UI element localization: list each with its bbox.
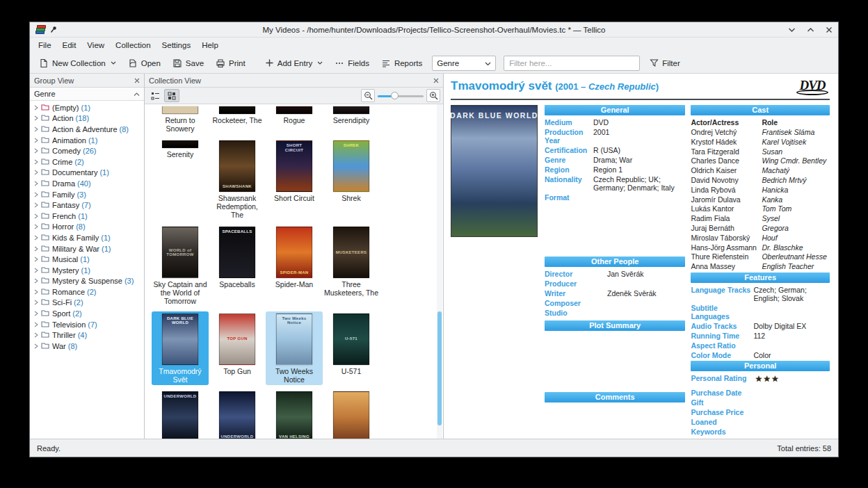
menu-settings[interactable]: Settings bbox=[156, 39, 197, 51]
movie-cell[interactable]: SHAWSHANKShawsnank Redemption, The bbox=[209, 138, 266, 220]
tree-item-action[interactable]: Action(18) bbox=[30, 113, 144, 124]
movie-cell[interactable]: Two Weeks NoticeTwo Weeks Notice bbox=[266, 311, 323, 385]
icon-view-button[interactable] bbox=[164, 89, 179, 102]
zoom-slider[interactable] bbox=[378, 89, 424, 102]
movie-cell[interactable]: Rocketeer, The bbox=[209, 104, 266, 134]
movie-cell[interactable]: SPACEBALLSSpaceballs bbox=[209, 225, 266, 307]
expander-icon[interactable] bbox=[34, 114, 38, 122]
menu-help[interactable]: Help bbox=[196, 39, 224, 51]
movie-cell[interactable]: VAN HELSINGVan Helsing bbox=[266, 389, 323, 439]
expander-icon[interactable] bbox=[34, 158, 38, 166]
expander-icon[interactable] bbox=[34, 201, 38, 209]
expander-icon[interactable] bbox=[34, 277, 38, 285]
expander-icon[interactable] bbox=[34, 125, 38, 133]
tree-item-musical[interactable]: Musical(1) bbox=[30, 254, 144, 265]
expander-icon[interactable] bbox=[34, 190, 38, 199]
expander-icon[interactable] bbox=[34, 342, 38, 350]
movie-cell[interactable]: MUSKETEERSThree Musketeers, The bbox=[323, 225, 380, 307]
tree-item-sci-fi[interactable]: Sci-Fi(2) bbox=[30, 298, 144, 309]
menu-collection[interactable]: Collection bbox=[110, 39, 156, 51]
zoom-slider-handle[interactable] bbox=[391, 92, 399, 99]
close-icon[interactable] bbox=[433, 76, 439, 85]
movie-cell[interactable]: TOP GUNTop Gun bbox=[209, 311, 266, 385]
titlebar[interactable]: My Videos - /home/hunter/Downloads/Proje… bbox=[30, 22, 838, 38]
tree-item-mystery[interactable]: Mystery(1) bbox=[30, 265, 144, 276]
filter-button[interactable]: Filter bbox=[645, 56, 685, 70]
expander-icon[interactable] bbox=[34, 331, 38, 339]
menu-file[interactable]: File bbox=[33, 39, 57, 51]
tree-item-comedy[interactable]: Comedy(26) bbox=[30, 145, 144, 156]
tree-item-kids-family[interactable]: Kids & Family(1) bbox=[30, 232, 144, 243]
tree-item-animation[interactable]: Animation(1) bbox=[30, 135, 144, 146]
expander-icon[interactable] bbox=[34, 179, 38, 188]
new-collection-button[interactable]: New Collection bbox=[34, 56, 121, 70]
tree-item-family[interactable]: Family(3) bbox=[30, 189, 144, 200]
movie-cell[interactable]: UNDERWORLDUnderworld: Evolution bbox=[209, 389, 266, 439]
movie-cell[interactable]: Very Long Engagement, The bbox=[323, 389, 380, 439]
tree-item-romance[interactable]: Romance(2) bbox=[30, 286, 144, 298]
tree-item-documentary[interactable]: Documentary(1) bbox=[30, 168, 144, 179]
expander-icon[interactable] bbox=[34, 104, 38, 112]
expander-icon[interactable] bbox=[34, 245, 38, 253]
movie-cell[interactable]: Serendipity bbox=[323, 104, 380, 134]
movie-cell[interactable]: SHORT CIRCUITShort Circuit bbox=[266, 138, 323, 220]
expander-icon[interactable] bbox=[34, 168, 38, 177]
maximize-button[interactable] bbox=[807, 27, 814, 33]
movie-cell[interactable]: Rogue bbox=[266, 104, 323, 134]
close-icon[interactable] bbox=[134, 76, 140, 85]
add-entry-button[interactable]: Add Entry bbox=[260, 56, 328, 70]
filter-input[interactable] bbox=[504, 56, 640, 71]
movie-cell[interactable]: U-571U-571 bbox=[323, 311, 380, 385]
close-button[interactable] bbox=[826, 26, 833, 33]
menu-view[interactable]: View bbox=[81, 39, 110, 51]
expander-icon[interactable] bbox=[34, 234, 38, 242]
fields-button[interactable]: Fields bbox=[330, 56, 374, 70]
save-button[interactable]: Save bbox=[168, 56, 209, 70]
movie-cell[interactable]: UNDERWORLDUnderworld bbox=[152, 389, 209, 439]
movie-cell[interactable]: SPIDER-MANSpider-Man bbox=[266, 225, 323, 307]
open-button[interactable]: Open bbox=[123, 56, 166, 70]
tree-item-sport[interactable]: Sport(2) bbox=[30, 308, 144, 319]
tree-header[interactable]: Genre bbox=[30, 88, 144, 101]
tree-item-horror[interactable]: Horror(8) bbox=[30, 222, 144, 233]
zoom-in-button[interactable] bbox=[426, 89, 440, 102]
tree-item-fantasy[interactable]: Fantasy(7) bbox=[30, 200, 144, 211]
expander-icon[interactable] bbox=[34, 136, 38, 145]
expander-icon[interactable] bbox=[34, 212, 38, 220]
tree-item-french[interactable]: French(1) bbox=[30, 211, 144, 222]
tree-item-drama[interactable]: Drama(40) bbox=[30, 178, 144, 189]
tree-item-military-war[interactable]: Military & War(1) bbox=[30, 243, 144, 254]
reports-button[interactable]: Reports bbox=[376, 56, 427, 70]
tree-item-television[interactable]: Television(7) bbox=[30, 319, 144, 330]
expander-icon[interactable] bbox=[34, 266, 38, 275]
tree-item-war[interactable]: War(8) bbox=[30, 341, 144, 352]
expander-icon[interactable] bbox=[34, 222, 38, 231]
expander-icon[interactable] bbox=[34, 298, 38, 307]
field-label: Composer bbox=[545, 299, 607, 307]
scrollbar-thumb[interactable] bbox=[437, 311, 442, 425]
movie-cell[interactable]: WORLD of TOMORROWSky Captain and the Wor… bbox=[152, 225, 209, 307]
expander-icon[interactable] bbox=[34, 147, 38, 155]
tree-item-crime[interactable]: Crime(2) bbox=[30, 156, 144, 168]
tree-item--empty-[interactable]: (Empty)(1) bbox=[30, 102, 144, 113]
minimize-button[interactable] bbox=[788, 27, 796, 33]
tree-item-mystery-suspense[interactable]: Mystery & Suspense(3) bbox=[30, 276, 144, 287]
movie-cell[interactable]: Return to Snowery bbox=[152, 104, 209, 134]
pin-icon[interactable] bbox=[50, 24, 58, 36]
expander-icon[interactable] bbox=[34, 320, 38, 329]
movie-cell[interactable]: Serenity bbox=[152, 138, 209, 220]
cast-row: Oldrich KaiserMachatý bbox=[691, 166, 830, 175]
group-by-select[interactable]: Genre bbox=[432, 56, 496, 71]
print-button[interactable]: Print bbox=[211, 56, 250, 70]
expander-icon[interactable] bbox=[34, 288, 38, 296]
movie-cell[interactable]: SHREKShrek bbox=[323, 138, 380, 220]
zoom-out-button[interactable] bbox=[361, 89, 375, 102]
movie-cell[interactable]: DARK BLUE WORLDTmavomodrý Svět bbox=[152, 311, 209, 385]
folder-icon bbox=[41, 331, 49, 339]
expander-icon[interactable] bbox=[34, 255, 38, 263]
tree-item-thriller[interactable]: Thriller(4) bbox=[30, 330, 144, 341]
menu-edit[interactable]: Edit bbox=[57, 39, 82, 51]
list-view-button[interactable] bbox=[147, 89, 163, 102]
tree-item-action-adventure[interactable]: Action & Adventure(8) bbox=[30, 124, 144, 135]
expander-icon[interactable] bbox=[34, 309, 38, 318]
